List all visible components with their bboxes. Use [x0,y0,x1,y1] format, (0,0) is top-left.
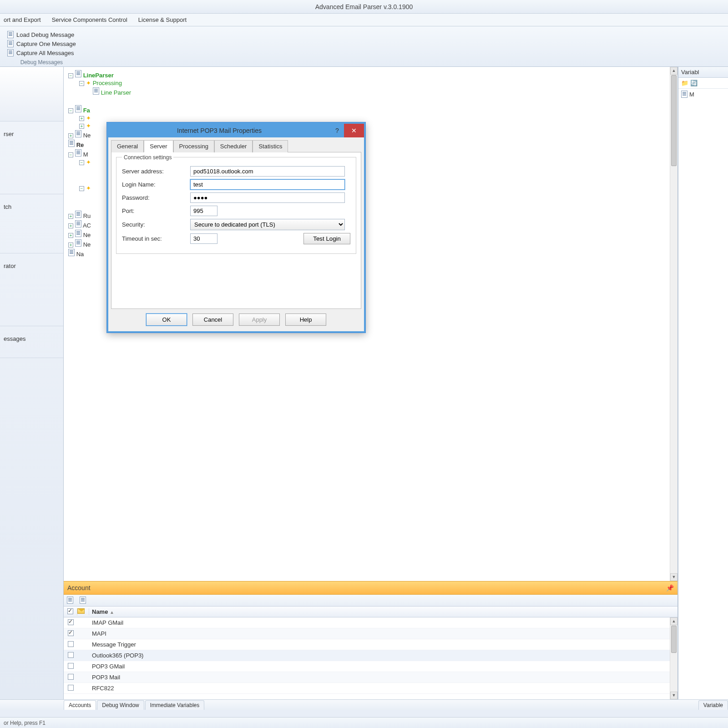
ok-button[interactable]: OK [146,313,187,326]
tree-item[interactable]: AC [83,222,91,229]
security-select[interactable]: Secure to dedicated port (TLS) [190,219,345,230]
account-row[interactable]: Outlook365 (POP3) [64,650,677,661]
scrollbar-vertical[interactable]: ▲ ▼ [670,617,677,699]
password-input[interactable] [190,192,345,203]
menu-import-export[interactable]: ort and Export [4,16,41,23]
row-checkbox[interactable] [68,652,74,658]
row-checkbox[interactable] [68,663,74,669]
login-name-input[interactable] [190,179,345,190]
nav-section[interactable]: tch [0,194,63,253]
scroll-thumb[interactable] [671,626,677,653]
tree-item[interactable]: Re [76,142,84,148]
tab-server[interactable]: Server [144,140,173,152]
account-name: MAPI [89,630,677,637]
menu-service-components[interactable]: Service Components Control [52,16,127,23]
refresh-icon[interactable]: 🔄 [690,80,698,86]
tab-processing[interactable]: Processing [173,140,214,152]
connection-settings-group: Connection settings Server address: Logi… [116,157,356,254]
account-row[interactable]: IMAP GMail [64,617,677,628]
tab-scheduler[interactable]: Scheduler [214,140,253,152]
folder-icon[interactable]: 📁 [681,80,688,86]
document-icon [75,149,81,157]
test-login-button[interactable]: Test Login [303,233,350,244]
nav-section[interactable]: rator [0,253,63,326]
tree-item[interactable]: Fa [83,107,90,114]
nav-section[interactable] [0,67,63,121]
pop3-properties-dialog: Internet POP3 Mail Properties ? ✕ Genera… [106,122,366,333]
load-debug-message-button[interactable]: Load Debug Message [5,30,78,39]
collapse-icon[interactable]: − [68,152,73,157]
document-icon [68,140,75,147]
capture-one-message-button[interactable]: Capture One Message [5,39,78,48]
help-icon[interactable]: ? [330,127,344,134]
scroll-down-icon[interactable]: ▼ [670,573,677,581]
tab-general[interactable]: General [111,140,144,152]
tab-accounts[interactable]: Accounts [64,700,96,710]
tree-item[interactable]: Na [76,251,84,258]
port-label: Port: [122,207,190,214]
help-button[interactable]: Help [285,313,326,326]
tab-statistics[interactable]: Statistics [253,140,288,152]
menu-license-support[interactable]: License & Support [138,16,187,23]
row-checkbox[interactable] [68,630,74,636]
account-row[interactable]: Message Trigger [64,639,677,650]
close-icon[interactable]: ✕ [344,124,364,137]
toolbar-button[interactable] [66,596,76,605]
collapse-icon[interactable]: − [79,186,84,191]
expand-icon[interactable]: + [79,124,84,129]
timeout-input[interactable] [190,233,217,244]
account-name: Outlook365 (POP3) [89,652,677,659]
row-checkbox[interactable] [68,685,74,691]
port-input[interactable] [190,206,217,216]
collapse-icon[interactable]: − [68,73,73,78]
tree-item-lineparser-child[interactable]: Line Parser [101,89,131,96]
expand-icon[interactable]: + [68,233,73,238]
expand-icon[interactable]: + [79,116,84,121]
tree-item-lineparser[interactable]: LineParser [83,72,114,79]
toolbar-button[interactable] [79,596,89,605]
row-checkbox[interactable] [68,641,74,647]
tree-item[interactable]: Ru [83,212,91,219]
expand-icon[interactable]: + [68,133,73,138]
scrollbar-vertical[interactable]: ▲ ▼ [670,67,677,581]
expand-icon[interactable]: + [68,243,73,248]
tree-item[interactable]: Ne [83,132,91,139]
tree-item-processing[interactable]: Processing [93,80,122,86]
tab-immediate-variables[interactable]: Immediate Variables [145,700,205,710]
scroll-thumb[interactable] [671,75,677,166]
expand-icon[interactable]: + [68,223,73,228]
server-address-label: Server address: [122,168,190,175]
select-all-checkbox[interactable] [67,608,73,614]
tab-variable[interactable]: Variable [698,700,728,710]
collapse-icon[interactable]: − [68,108,73,113]
capture-all-messages-button[interactable]: Capture All Messages [5,48,78,57]
expand-icon[interactable]: + [68,214,73,219]
scroll-up-icon[interactable]: ▲ [670,617,677,625]
collapse-icon[interactable]: − [79,160,84,165]
title-bar: Advanced Email Parser v.3.0.1900 [0,0,728,14]
dialog-titlebar[interactable]: Internet POP3 Mail Properties ? ✕ [108,124,364,137]
account-row[interactable]: MAPI [64,628,677,639]
pin-icon[interactable]: 📌 [666,584,674,592]
nav-section[interactable]: rser [0,121,63,194]
row-checkbox[interactable] [68,619,74,625]
variable-item[interactable]: M [678,89,728,100]
scroll-up-icon[interactable]: ▲ [670,67,677,75]
column-name-header[interactable]: Name ▲ [89,608,677,615]
tree-item[interactable]: Ne [83,241,91,248]
server-address-input[interactable] [190,166,345,177]
tree-item[interactable]: M [83,151,88,158]
apply-button[interactable]: Apply [239,313,280,326]
accounts-grid: IMAP GMailMAPIMessage TriggerOutlook365 … [64,617,677,699]
account-row[interactable]: RFC822 [64,683,677,694]
cancel-button[interactable]: Cancel [192,313,233,326]
account-row[interactable]: POP3 Mail [64,672,677,683]
tree-item[interactable]: Ne [83,232,91,238]
tab-debug-window[interactable]: Debug Window [97,700,144,710]
nav-section[interactable]: essages [0,326,63,358]
collapse-icon[interactable]: − [79,81,84,86]
password-label: Password: [122,194,190,201]
account-row[interactable]: POP3 GMail [64,661,677,672]
scroll-down-icon[interactable]: ▼ [670,692,677,699]
row-checkbox[interactable] [68,674,74,680]
